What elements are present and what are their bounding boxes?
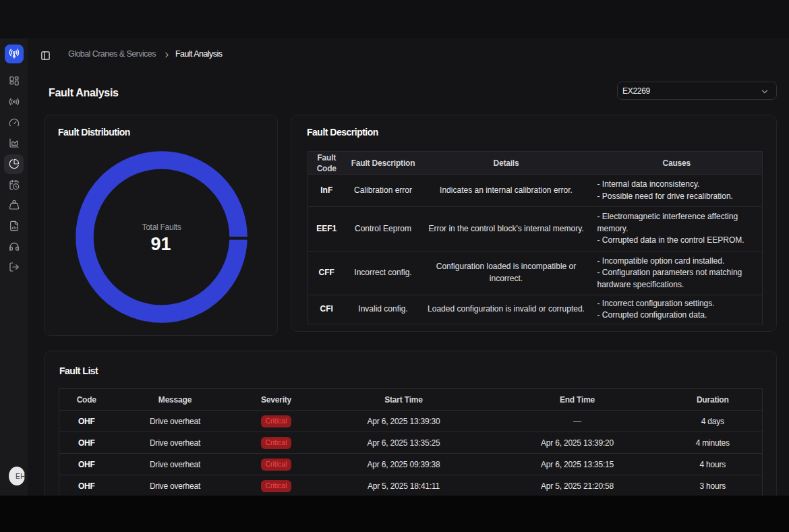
svg-text:Total Faults: Total Faults [142, 223, 181, 232]
svg-text:91: 91 [150, 234, 171, 254]
